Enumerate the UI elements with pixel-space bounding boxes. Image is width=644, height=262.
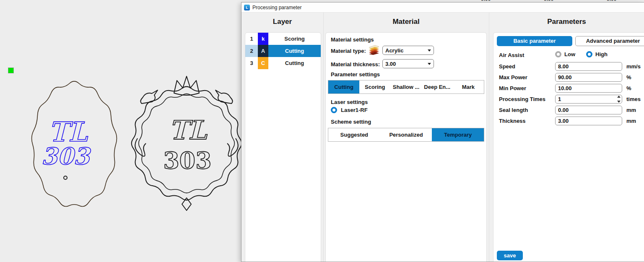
processing-times-field: [555, 95, 622, 104]
layer-number: 3: [245, 57, 258, 69]
scheme-tabstrip: Suggested Personalized Temporary: [328, 128, 484, 142]
material-type-label: Material type:: [331, 48, 366, 54]
bird-left: [140, 90, 158, 104]
min-power-field: [555, 84, 622, 93]
laser-option-label: Laser1-RF: [341, 107, 368, 113]
monogram-303-blue[interactable]: 303: [42, 143, 92, 170]
spinner-control: [616, 96, 621, 103]
thickness-field: [555, 117, 622, 125]
save-button[interactable]: save: [497, 251, 523, 260]
material-type-dropdown[interactable]: Acrylic: [382, 46, 434, 55]
process-mode-tabstrip: Cutting Scoring Shallow ... Deep En... M…: [328, 80, 484, 94]
material-column-header: Material: [323, 18, 489, 27]
layer-number: 2: [245, 45, 258, 57]
processing-times-label: Processing Times: [499, 96, 545, 102]
material-panel: Material settings Material type: Acrylic…: [325, 32, 487, 262]
material-type-value: Acrylic: [385, 47, 428, 54]
air-assist-low-option[interactable]: Low: [555, 51, 575, 57]
parameters-column-header: Parameters: [489, 18, 644, 27]
processing-times-unit: times: [626, 96, 641, 102]
min-power-input[interactable]: [555, 84, 622, 93]
dialog-body: Layer Material Parameters 1 k Scoring 2 …: [242, 13, 644, 262]
monogram-tl-black[interactable]: TL: [169, 115, 208, 145]
spinner-down-icon[interactable]: [617, 101, 621, 103]
laser-app-screen: 0.00 0.00 0.00 TL 303 TL 303 L Processin…: [0, 0, 644, 262]
bird-right: [216, 90, 233, 104]
air-assist-options: Low High: [555, 51, 608, 57]
dialog-title: Processing parameter: [252, 5, 301, 10]
speed-unit: mm/s: [626, 63, 641, 70]
layer-row-2-selected[interactable]: 2 A Cutting: [245, 45, 321, 57]
material-layers-icon: [368, 45, 380, 55]
tab-cutting[interactable]: Cutting: [328, 80, 359, 93]
laser1-rf-option[interactable]: Laser1-RF: [331, 107, 368, 113]
processing-parameter-dialog: L Processing parameter Layer Material Pa…: [241, 2, 644, 262]
tab-personalized[interactable]: Personalized: [380, 128, 432, 141]
layer-row-3[interactable]: 3 C Cutting: [245, 57, 321, 69]
radio-unselected-icon[interactable]: [555, 51, 561, 57]
monogram-303-black[interactable]: 303: [164, 147, 212, 174]
air-assist-high-option[interactable]: High: [586, 51, 608, 57]
layer-color-badge[interactable]: k: [258, 33, 268, 45]
hanging-hole: [64, 176, 67, 179]
thickness-unit: mm: [626, 118, 636, 124]
tab-suggested[interactable]: Suggested: [328, 128, 380, 141]
layer-number: 1: [245, 33, 258, 45]
seal-length-label: Seal length: [499, 107, 528, 113]
air-assist-low-label: Low: [564, 51, 575, 57]
speed-field: [555, 62, 622, 71]
parameter-settings-title: Parameter settings: [331, 71, 380, 78]
laser-settings-title: Laser settings: [331, 99, 368, 105]
layer-mode-label: Cutting: [268, 45, 321, 57]
max-power-input[interactable]: [555, 73, 622, 82]
layer-mode-label: Scoring: [268, 33, 321, 45]
tab-mark[interactable]: Mark: [453, 80, 484, 93]
selection-handle[interactable]: [8, 67, 14, 73]
speed-input[interactable]: [555, 62, 622, 71]
max-power-field: [555, 73, 622, 82]
seal-length-input[interactable]: [555, 106, 622, 114]
radio-selected-icon[interactable]: [331, 107, 337, 113]
tab-scoring[interactable]: Scoring: [359, 80, 390, 93]
tab-advanced-parameter[interactable]: Advanced parameter: [575, 36, 644, 46]
crown-ornament: [174, 76, 199, 95]
dialog-titlebar[interactable]: L Processing parameter: [242, 3, 644, 13]
speed-label: Speed: [499, 63, 515, 70]
parameters-panel: Basic parameter Advanced parameter Air A…: [493, 32, 644, 262]
layer-row-1[interactable]: 1 k Scoring: [245, 33, 321, 45]
air-assist-high-label: High: [595, 51, 608, 57]
curl-left: [135, 138, 146, 156]
layer-color-badge[interactable]: C: [258, 57, 268, 69]
material-thickness-value: 3.00: [385, 61, 428, 67]
thickness-input[interactable]: [555, 117, 622, 125]
curl-right: [227, 138, 238, 156]
column-divider: [489, 13, 489, 262]
tab-basic-parameter[interactable]: Basic parameter: [497, 36, 572, 46]
min-power-unit: %: [626, 85, 631, 91]
dropdown-caret-icon: [428, 63, 431, 65]
processing-times-input[interactable]: [555, 95, 622, 104]
layer-color-badge[interactable]: A: [258, 45, 268, 57]
tab-temporary[interactable]: Temporary: [432, 128, 484, 141]
dropdown-caret-icon: [428, 49, 431, 52]
max-power-label: Max Power: [499, 74, 527, 80]
design-scalloped-crest[interactable]: TL 303: [21, 67, 128, 212]
air-assist-label: Air Assist: [499, 52, 524, 58]
design-ornate-wreath[interactable]: TL 303: [126, 71, 247, 212]
layer-mode-label: Cutting: [268, 57, 321, 69]
thickness-label: Thickness: [499, 118, 526, 124]
seal-length-field: [555, 106, 622, 114]
tab-shallow-engrave[interactable]: Shallow ...: [390, 80, 421, 93]
max-power-unit: %: [626, 74, 631, 80]
material-settings-title: Material settings: [331, 36, 374, 43]
tab-deep-engrave[interactable]: Deep En...: [422, 80, 453, 93]
material-thickness-dropdown[interactable]: 3.00: [382, 59, 434, 68]
spinner-up-icon[interactable]: [617, 96, 621, 98]
app-logo-icon: L: [244, 5, 250, 10]
column-divider: [323, 13, 324, 262]
layer-column-header: Layer: [242, 18, 323, 27]
min-power-label: Min Power: [499, 85, 526, 91]
layer-list-panel: 1 k Scoring 2 A Cutting 3 C Cutting: [245, 32, 321, 262]
radio-selected-icon[interactable]: [586, 51, 592, 57]
material-thickness-label: Material thickness:: [331, 61, 380, 67]
